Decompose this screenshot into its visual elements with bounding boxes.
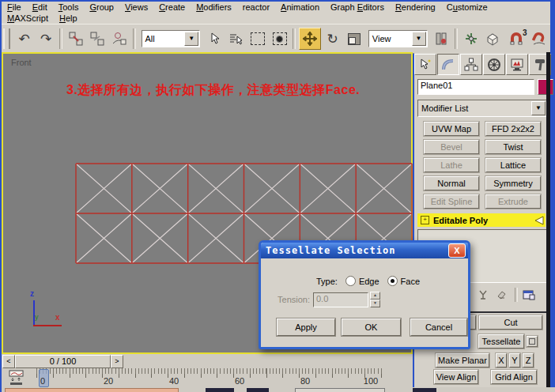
menu-help[interactable]: Help [54, 13, 83, 23]
tab-display[interactable] [506, 54, 528, 75]
cut-button[interactable]: Cut [479, 315, 542, 330]
menu-customize[interactable]: Customize [441, 2, 493, 12]
toolbar-separator [59, 28, 62, 49]
modifier-btn-twist[interactable]: Twist [485, 140, 541, 154]
time-slider-thumb[interactable]: 0 / 100 [15, 355, 111, 368]
open-mini-curve-editor-icon[interactable] [8, 370, 27, 386]
tab-hierarchy[interactable] [460, 54, 482, 75]
selection-filter-dropdown[interactable]: All ▼ [142, 30, 201, 47]
status-field [413, 388, 436, 392]
menu-group[interactable]: Group [84, 2, 119, 12]
spinner-up-icon[interactable]: ▲ [370, 292, 380, 300]
tessellate-selection-dialog: Tessellate Selection X Type: EdgeFace Te… [259, 240, 470, 349]
menu-create[interactable]: Create [153, 2, 191, 12]
configure-modifier-sets-icon[interactable] [521, 287, 537, 303]
unlink-icon[interactable] [87, 28, 108, 49]
view-align-button[interactable]: View Align [434, 370, 478, 384]
menu-graph-editors[interactable]: Graph Editors [325, 2, 390, 12]
toolbar-separator [133, 28, 136, 49]
next-frame-button[interactable]: > [111, 355, 123, 368]
modifier-btn-bevel[interactable]: Bevel [424, 140, 479, 154]
menu-reactor[interactable]: reactor [237, 2, 275, 12]
tab-modify[interactable] [437, 54, 459, 75]
object-name-field[interactable]: Plane01 [417, 79, 534, 95]
redo-icon[interactable]: ↷ [36, 28, 56, 49]
tension-field[interactable]: 0.0 [313, 292, 368, 307]
panel-scrollbar[interactable] [546, 52, 550, 392]
maxscript-mini-listener[interactable] [5, 388, 179, 392]
snap-toggle-3d-icon[interactable]: 3 [504, 28, 527, 49]
spinner-down-icon[interactable]: ▼ [370, 300, 380, 307]
modifier-stack-entry[interactable]: + Editable Poly [417, 213, 546, 227]
frame-ruler[interactable]: 020406080100 [36, 368, 384, 387]
ok-button[interactable]: OK [342, 318, 401, 336]
modifier-list-dropdown[interactable]: Modifier List ▼ [417, 100, 547, 117]
radio-face[interactable] [387, 276, 398, 286]
expand-icon[interactable]: + [421, 216, 429, 224]
selection-filter-value: All [142, 34, 184, 43]
modifier-btn-extrude[interactable]: Extrude [485, 194, 541, 209]
grid-align-button[interactable]: Grid Align [491, 370, 537, 384]
modifier-btn-lathe[interactable]: Lathe [424, 158, 479, 172]
tessellate-button[interactable]: Tessellate [478, 334, 524, 349]
tension-spinner[interactable]: ▲ ▼ [370, 292, 380, 307]
planar-y-button[interactable]: Y [509, 353, 520, 368]
close-icon[interactable]: X [448, 243, 466, 258]
select-and-scale-icon[interactable] [344, 28, 364, 49]
select-and-manipulate-icon[interactable] [461, 28, 481, 49]
dialog-title-bar[interactable]: Tessellate Selection X [261, 243, 468, 258]
modifier-btn-lattice[interactable]: Lattice [485, 158, 541, 172]
menu-modifiers[interactable]: Modifiers [191, 2, 237, 12]
menu-maxscript[interactable]: MAXScript [2, 13, 54, 23]
menu-tools[interactable]: Tools [53, 2, 85, 12]
menu-edit[interactable]: Edit [27, 2, 53, 12]
planar-x-button[interactable]: X [496, 353, 507, 368]
window-crossing-selection-icon[interactable] [270, 28, 290, 49]
modifier-btn-normal[interactable]: Normal [424, 176, 479, 190]
keyboard-override-icon[interactable] [483, 28, 504, 49]
tick-label-80: 80 [296, 376, 315, 386]
modifier-btn-edit-spline[interactable]: Edit Spline [424, 194, 479, 209]
tab-create[interactable] [414, 54, 436, 75]
angle-snap-icon[interactable] [530, 28, 550, 49]
make-planar-button[interactable]: Make Planar [436, 353, 489, 368]
reference-coordinate-dropdown[interactable]: View ▼ [368, 30, 428, 47]
link-icon[interactable] [66, 28, 86, 49]
tessellate-settings-icon[interactable] [527, 336, 538, 347]
remove-modifier-icon[interactable] [493, 287, 509, 303]
dropdown-arrow-icon[interactable]: ▼ [412, 32, 426, 46]
modifier-btn-symmetry[interactable]: Symmetry [485, 176, 541, 190]
menu-rendering[interactable]: Rendering [390, 2, 441, 12]
toolbar-drag-handle[interactable] [3, 28, 10, 49]
time-slider: < 0 / 100 > [2, 354, 413, 369]
show-end-result-toggle-icon[interactable] [475, 287, 491, 303]
select-and-move-icon[interactable] [299, 28, 321, 50]
radio-edge[interactable] [345, 276, 356, 286]
track-bar[interactable]: 020406080100 [2, 368, 413, 387]
snap-count-label: 3 [523, 28, 527, 37]
dropdown-arrow-icon[interactable]: ▼ [531, 101, 546, 115]
dropdown-arrow-icon[interactable]: ▼ [184, 32, 198, 46]
undo-icon[interactable]: ↶ [14, 28, 35, 49]
cancel-button[interactable]: Cancel [410, 318, 467, 336]
select-by-name-icon[interactable] [226, 28, 247, 49]
use-pivot-center-icon[interactable] [432, 28, 452, 49]
previous-frame-button[interactable]: < [2, 355, 15, 368]
editable-poly-icon [533, 215, 546, 226]
rectangular-selection-region-icon[interactable] [247, 28, 268, 49]
tab-motion[interactable] [483, 54, 505, 75]
object-color-swatch[interactable] [538, 79, 553, 95]
y-axis-label: y [35, 313, 39, 321]
menu-views[interactable]: Views [119, 2, 153, 12]
select-and-rotate-icon[interactable]: ↻ [323, 28, 343, 49]
dialog-title: Tessellate Selection [261, 245, 448, 256]
modifier-btn-uvw-map[interactable]: UVW Map [424, 122, 479, 136]
stack-tools-separator [515, 288, 518, 302]
bind-spacewarp-icon[interactable] [109, 28, 130, 49]
planar-z-button[interactable]: Z [523, 353, 534, 368]
menu-file[interactable]: File [2, 2, 27, 12]
select-object-icon[interactable] [204, 28, 225, 49]
menu-animation[interactable]: Animation [275, 2, 325, 12]
apply-button[interactable]: Apply [277, 318, 335, 336]
modifier-btn-ffd-2x2x2[interactable]: FFD 2x2x2 [485, 122, 541, 136]
